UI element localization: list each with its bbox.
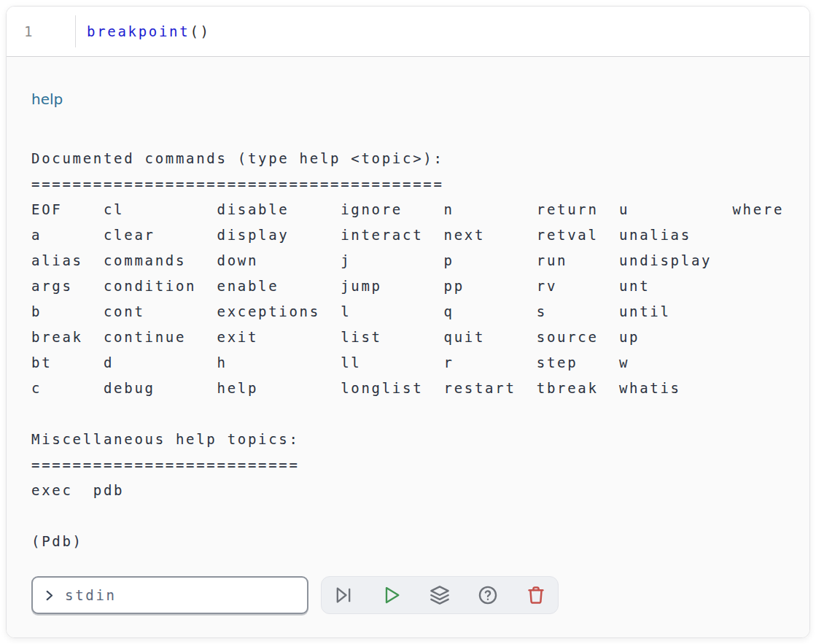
run-button[interactable] — [381, 585, 402, 605]
line-number: 1 — [24, 23, 34, 39]
step-button[interactable] — [333, 585, 354, 605]
line-number-gutter: 1 — [7, 15, 76, 47]
layers-icon — [430, 585, 450, 605]
help-command-echo: help — [31, 89, 785, 109]
play-icon — [381, 585, 402, 605]
stdin-input[interactable] — [65, 587, 297, 603]
debug-controls-bar — [321, 576, 559, 614]
code-editor-line[interactable]: breakpoint() — [76, 7, 211, 56]
skip-forward-icon — [333, 585, 354, 605]
code-token-builtin: breakpoint — [87, 23, 190, 39]
console-output-area: help Documented commands (type help <top… — [7, 56, 809, 638]
clear-button[interactable] — [526, 585, 546, 605]
stdin-input-box[interactable] — [31, 576, 308, 614]
help-circle-icon — [478, 585, 498, 605]
action-row — [31, 576, 785, 614]
stack-button[interactable] — [430, 585, 450, 605]
trash-icon — [526, 585, 546, 605]
chevron-right-icon — [43, 589, 55, 602]
help-button[interactable] — [478, 585, 498, 605]
repl-panel: 1 breakpoint() help Documented commands … — [6, 6, 810, 638]
code-editor-row: 1 breakpoint() — [7, 7, 809, 56]
pdb-help-output: Documented commands (type help <topic>):… — [31, 146, 785, 554]
code-token-parens: () — [190, 23, 210, 39]
